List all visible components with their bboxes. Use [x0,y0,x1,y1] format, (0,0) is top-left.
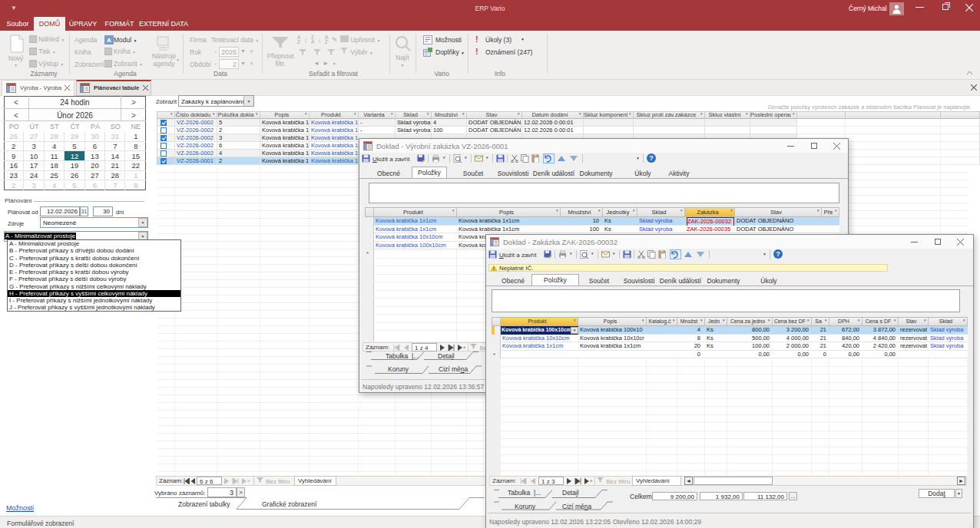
svg-text:*: * [590,478,593,485]
svg-text:*: * [247,478,250,485]
